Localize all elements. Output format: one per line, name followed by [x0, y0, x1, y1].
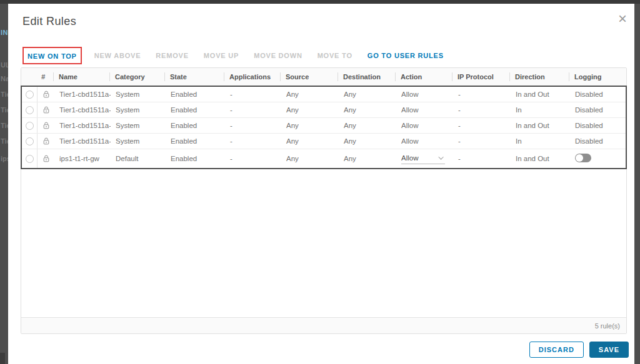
annotation-highlight-box: NEW ON TOP — [22, 47, 82, 64]
close-icon[interactable]: × — [618, 11, 627, 26]
dialog-actions: DISCARD SAVE — [529, 342, 629, 358]
toolbar-remove-button[interactable]: REMOVE — [156, 52, 188, 59]
lock-icon — [43, 155, 49, 162]
rule-row[interactable]: Tier1-cbd1511a-c...SystemEnabled-AnyAnyA… — [22, 134, 626, 149]
toolbar-go-to-user-rules-button[interactable]: GO TO USER RULES — [368, 52, 444, 59]
col-header-select — [21, 72, 36, 81]
row-radio-button[interactable] — [26, 137, 34, 145]
row-lock-cell — [37, 87, 54, 102]
cell-state: Enabled — [166, 155, 225, 162]
discard-button[interactable]: DISCARD — [529, 342, 584, 358]
cell-category: System — [111, 122, 166, 129]
toolbar-move-down-button[interactable]: MOVE DOWN — [254, 52, 302, 59]
cell-ip-protocol: - — [453, 137, 511, 145]
cell-category: System — [111, 137, 166, 145]
backdrop-text-fragment: Tie — [1, 137, 8, 145]
lock-icon — [43, 122, 49, 129]
cell-category: Default — [111, 155, 166, 162]
row-radio-button[interactable] — [26, 122, 34, 130]
table-header: #NameCategoryStateApplicationsSourceDest… — [21, 68, 626, 86]
col-header-destination: Destination — [338, 72, 396, 81]
cell-ip-protocol: - — [453, 91, 511, 98]
backdrop-text-fragment: IN — [1, 29, 8, 36]
save-button[interactable]: SAVE — [589, 342, 629, 358]
cell-applications: - — [225, 106, 281, 114]
backdrop-text-fragment: ips — [1, 155, 8, 162]
backdrop-text-fragment: Tie — [1, 122, 8, 129]
row-select-cell — [22, 137, 37, 145]
cell-applications: - — [225, 91, 281, 98]
row-radio-button[interactable] — [26, 155, 34, 163]
dialog-title: Edit Rules — [22, 15, 76, 28]
cell-destination: Any — [339, 122, 396, 129]
cell-category: System — [111, 91, 166, 98]
cell-category: System — [111, 106, 166, 114]
cell-name: Tier1-cbd1511a-c... — [54, 122, 111, 129]
row-radio-button[interactable] — [26, 106, 34, 114]
col-header-applications: Applications — [224, 72, 281, 81]
rule-row[interactable]: Tier1-cbd1511a-c...SystemEnabled-AnyAnyA… — [22, 87, 626, 102]
cell-name: Tier1-cbd1511a-c... — [54, 106, 111, 114]
backdrop-text-fragment: Nam — [1, 75, 8, 82]
lock-icon — [43, 91, 49, 98]
cell-direction: In — [511, 137, 570, 145]
cell-name: ips1-t1-rt-gw — [54, 155, 111, 162]
col-header-logging: Logging — [569, 72, 626, 81]
col-header-ip-protocol: IP Protocol — [452, 72, 510, 81]
action-dropdown-value: Allow — [401, 154, 418, 162]
row-lock-cell — [37, 149, 54, 168]
cell-action: Allow — [396, 106, 453, 114]
chevron-down-icon — [438, 154, 443, 159]
cell-logging: Disabled — [570, 106, 626, 114]
row-select-cell — [22, 122, 37, 130]
row-select-cell — [22, 91, 37, 99]
cell-logging: Disabled — [570, 91, 626, 98]
toolbar-new-on-top-button[interactable]: NEW ON TOP — [28, 52, 77, 60]
action-dropdown[interactable]: Allow — [401, 153, 445, 164]
table-rows-block: Tier1-cbd1511a-c...SystemEnabled-AnyAnyA… — [21, 86, 627, 169]
row-select-cell — [22, 106, 37, 114]
backdrop-text-fragment: Tie — [1, 106, 8, 114]
cell-name: Tier1-cbd1511a-c... — [54, 91, 111, 98]
backdrop-corner-block — [0, 353, 5, 364]
lock-icon — [43, 106, 49, 114]
cell-name: Tier1-cbd1511a-c... — [54, 137, 111, 145]
cell-action: Allow — [396, 91, 453, 98]
logging-toggle[interactable] — [575, 154, 591, 162]
row-select-cell — [22, 155, 37, 163]
rule-row[interactable]: ips1-t1-rt-gwDefaultEnabled-AnyAnyAllow-… — [22, 149, 626, 168]
cell-applications: - — [225, 155, 281, 162]
lock-icon — [43, 137, 49, 145]
col-header-category: Category — [110, 72, 165, 81]
toolbar-move-to-button[interactable]: MOVE TO — [318, 52, 352, 59]
cell-logging: Disabled — [570, 137, 626, 145]
cell-destination: Any — [339, 106, 396, 114]
row-radio-button[interactable] — [26, 91, 34, 99]
cell-ip-protocol: - — [453, 106, 511, 114]
cell-source: Any — [281, 91, 339, 98]
col-header-name: Name — [54, 72, 110, 81]
cell-state: Enabled — [166, 106, 225, 114]
cell-destination: Any — [339, 137, 396, 145]
rule-row[interactable]: Tier1-cbd1511a-c...SystemEnabled-AnyAnyA… — [22, 102, 626, 118]
cell-applications: - — [225, 137, 281, 145]
toolbar-new-above-button[interactable]: NEW ABOVE — [94, 52, 141, 59]
cell-ip-protocol: - — [453, 155, 511, 162]
table-footer: 5 rule(s) — [21, 317, 626, 333]
cell-state: Enabled — [166, 122, 225, 129]
cell-direction: In and Out — [511, 91, 570, 98]
col-header-lock: # — [36, 72, 54, 81]
screen: INULNamTieTieTieTieips Edit Rules × NEW … — [0, 0, 640, 364]
rule-count: 5 rule(s) — [595, 322, 620, 330]
cell-source: Any — [281, 122, 339, 129]
cell-action: Allow — [396, 137, 453, 145]
toolbar-move-up-button[interactable]: MOVE UP — [204, 52, 239, 59]
cell-direction: In — [511, 106, 570, 114]
rule-row[interactable]: Tier1-cbd1511a-c...SystemEnabled-AnyAnyA… — [22, 118, 626, 134]
cell-source: Any — [281, 155, 339, 162]
row-lock-cell — [37, 118, 54, 133]
cell-ip-protocol: - — [453, 122, 511, 129]
col-header-direction: Direction — [510, 72, 569, 81]
row-lock-cell — [37, 102, 54, 117]
backdrop-text-fragment: UL — [1, 61, 8, 69]
